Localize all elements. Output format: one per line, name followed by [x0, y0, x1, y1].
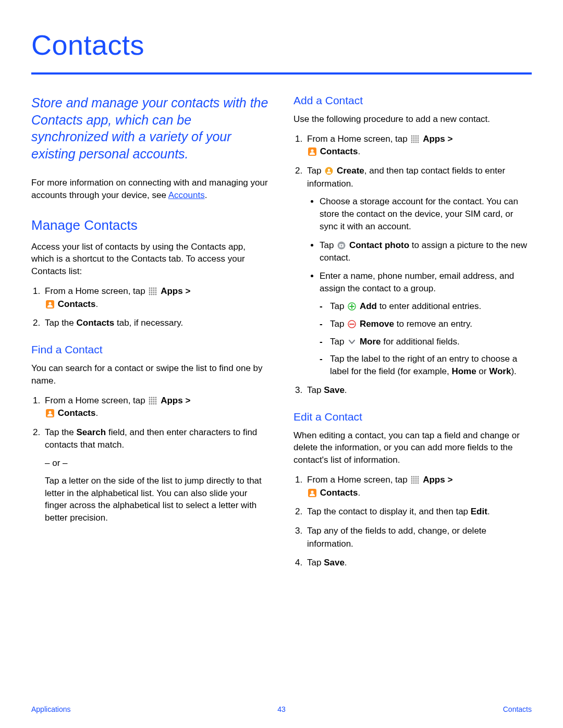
- page-title: Contacts: [31, 29, 532, 61]
- manage-desc: Access your list of contacts by using th…: [31, 241, 270, 278]
- footer-page-number: 43: [277, 705, 286, 713]
- contacts-bold: Contacts: [77, 318, 115, 328]
- find-alt: Tap a letter on the side of the list to …: [45, 475, 270, 524]
- apps-label: Apps >: [161, 396, 190, 405]
- txt: Tap: [330, 301, 347, 311]
- add-dashes: Tap Add to enter additional entries. Tap…: [320, 300, 532, 378]
- edit-desc: When editing a contact, you can tap a fi…: [293, 429, 532, 466]
- txt: From a Home screen, tap: [307, 475, 410, 485]
- txt: Tap: [307, 385, 324, 395]
- list-item: Tap Create, and then tap contact fields …: [305, 165, 532, 378]
- save-bold: Save: [324, 385, 345, 395]
- footer-right: Contacts: [503, 705, 532, 713]
- txt2: .: [345, 385, 347, 395]
- contacts-label: Contacts: [58, 299, 96, 309]
- find-desc: You can search for a contact or swipe th…: [31, 362, 270, 387]
- apps-grid-icon: [411, 476, 419, 484]
- txt: From a Home screen, tap: [307, 134, 410, 144]
- title-rule: [31, 72, 532, 75]
- txt: Tap: [307, 558, 324, 567]
- list-item: Choose a storage account for the contact…: [320, 195, 532, 232]
- list-item: From a Home screen, tap Apps > Contacts.: [43, 285, 270, 311]
- txt2: or: [476, 366, 489, 376]
- more-info-prefix: For more information on connecting with …: [31, 178, 268, 200]
- list-item: Tap More for additional fields.: [320, 336, 532, 348]
- txt: Tap: [307, 166, 324, 176]
- manage-steps: From a Home screen, tap Apps > Contacts.…: [31, 285, 270, 330]
- contacts-icon: [46, 300, 54, 309]
- list-item: From a Home screen, tap Apps > Contacts.: [305, 474, 532, 499]
- search-bold: Search: [77, 427, 106, 437]
- txt2: .: [345, 558, 347, 567]
- add-bullets: Choose a storage account for the contact…: [307, 195, 532, 378]
- work-bold: Work: [489, 366, 511, 376]
- edit-contact-heading: Edit a Contact: [293, 411, 532, 423]
- chevron-down-icon: [348, 338, 356, 346]
- apps-grid-icon: [411, 135, 419, 143]
- txt2: for additional fields.: [381, 337, 460, 347]
- or-sep: – or –: [45, 457, 270, 470]
- minus-icon: [348, 320, 356, 328]
- dot: .: [95, 299, 98, 309]
- list-item: Tap the Contacts tab, if necessary.: [43, 317, 270, 330]
- contacts-icon: [308, 489, 316, 497]
- apps-label: Apps >: [161, 286, 190, 296]
- txt: Tap the: [45, 427, 77, 437]
- txt2: to enter additional entries.: [377, 301, 481, 311]
- list-item: From a Home screen, tap Apps > Contacts.: [305, 133, 532, 158]
- photo-icon: [337, 241, 346, 250]
- txt2: .: [487, 507, 490, 516]
- manage-contacts-heading: Manage Contacts: [31, 217, 270, 233]
- find-steps: From a Home screen, tap Apps > Contacts.…: [31, 394, 270, 525]
- more-info-para: For more information on connecting with …: [31, 177, 270, 202]
- list-item: Tap Remove to remove an entry.: [320, 318, 532, 330]
- list-item: Tap any of the fields to add, change, or…: [305, 525, 532, 550]
- list-item: Tap the label to the right of an entry t…: [320, 353, 532, 378]
- add-desc: Use the following procedure to add a new…: [293, 113, 532, 126]
- contacts-icon: [308, 147, 316, 156]
- plus-icon: [348, 302, 356, 311]
- edit-steps: From a Home screen, tap Apps > Contacts.…: [293, 474, 532, 570]
- txt: Tap: [320, 240, 336, 250]
- more-info-suffix: .: [205, 190, 207, 200]
- remove-bold: Remove: [360, 319, 394, 329]
- contacts-label: Contacts: [58, 408, 96, 418]
- contact-photo-bold: Contact photo: [349, 240, 409, 250]
- contacts-label: Contacts: [320, 146, 358, 156]
- dot: .: [358, 488, 360, 498]
- body-columns: Store and manage your contacts with the …: [31, 94, 532, 576]
- footer-left: Applications: [31, 705, 71, 713]
- txt: From a Home screen, tap: [45, 286, 148, 296]
- right-column: Add a Contact Use the following procedur…: [293, 94, 532, 576]
- list-item: Enter a name, phone number, email addres…: [320, 270, 532, 378]
- contacts-label: Contacts: [320, 488, 358, 498]
- txt: Tap the: [45, 318, 77, 328]
- more-bold: More: [360, 337, 381, 347]
- accounts-link[interactable]: Accounts: [168, 190, 205, 200]
- apps-grid-icon: [149, 397, 157, 405]
- edit-bold: Edit: [471, 507, 487, 516]
- list-item: Tap Add to enter additional entries.: [320, 300, 532, 313]
- list-item: Tap the contact to display it, and then …: [305, 505, 532, 519]
- home-bold: Home: [451, 366, 476, 376]
- txt2: tab, if necessary.: [114, 318, 183, 328]
- add-steps: From a Home screen, tap Apps > Contacts.…: [293, 133, 532, 397]
- contacts-icon: [46, 409, 54, 417]
- list-item: From a Home screen, tap Apps > Contacts.: [43, 394, 270, 420]
- apps-label: Apps >: [423, 134, 452, 144]
- left-column: Store and manage your contacts with the …: [31, 94, 270, 576]
- txt: Tap: [330, 319, 347, 329]
- dot: .: [358, 146, 360, 156]
- txt: Tap: [330, 337, 347, 347]
- page-footer: Applications 43 Contacts: [0, 705, 563, 713]
- txt: Tap the contact to display it, and then …: [307, 507, 471, 516]
- add-contact-heading: Add a Contact: [293, 94, 532, 107]
- dot: .: [95, 408, 98, 418]
- add-bold: Add: [360, 301, 377, 311]
- txt3: ).: [511, 366, 516, 376]
- intro-text: Store and manage your contacts with the …: [31, 94, 270, 162]
- list-item: Tap Save.: [305, 557, 532, 570]
- find-contact-heading: Find a Contact: [31, 343, 270, 356]
- apps-grid-icon: [149, 287, 157, 295]
- txt2: to remove an entry.: [394, 319, 472, 329]
